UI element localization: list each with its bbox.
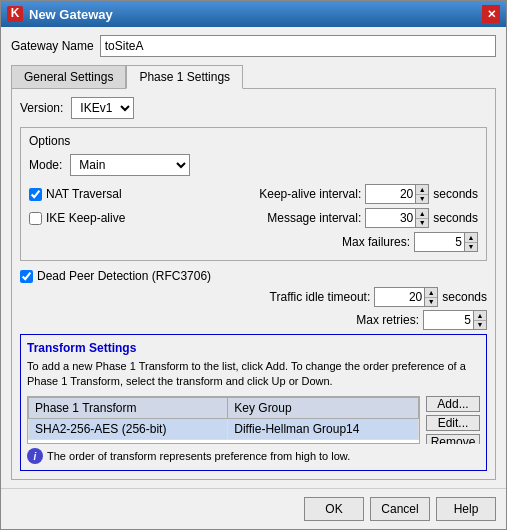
gateway-name-input[interactable] <box>100 35 496 57</box>
keepalive-interval-arrows: ▲ ▼ <box>415 184 429 204</box>
svg-text:K: K <box>11 8 20 20</box>
traffic-idle-spinner: ▲ ▼ <box>374 287 438 307</box>
dpd-fields: Traffic idle timeout: ▲ ▼ seconds Max re <box>20 287 487 330</box>
message-interval-down[interactable]: ▼ <box>416 219 428 228</box>
max-retries-spinner: ▲ ▼ <box>423 310 487 330</box>
dpd-checkbox[interactable] <box>20 270 33 283</box>
version-select[interactable]: IKEv1 IKEv2 <box>71 97 134 119</box>
tab-content-phase1: Version: IKEv1 IKEv2 Options Mode: Main … <box>11 88 496 480</box>
add-button[interactable]: Add... <box>426 396 480 412</box>
traffic-idle-input[interactable] <box>374 287 424 307</box>
message-interval-spinner: ▲ ▼ <box>365 208 429 228</box>
gateway-name-label: Gateway Name <box>11 39 94 53</box>
max-retries-input[interactable] <box>423 310 473 330</box>
traffic-idle-label: Traffic idle timeout: <box>270 290 371 304</box>
close-button[interactable]: ✕ <box>482 5 500 23</box>
edit-button[interactable]: Edit... <box>426 415 480 431</box>
help-button[interactable]: Help <box>436 497 496 521</box>
message-interval-up[interactable]: ▲ <box>416 209 428 219</box>
keepalive-interval-spinner: ▲ ▼ <box>365 184 429 204</box>
keepalive-interval-down[interactable]: ▼ <box>416 195 428 204</box>
dpd-label: Dead Peer Detection (RFC3706) <box>37 269 211 283</box>
dialog-title: New Gateway <box>29 7 113 22</box>
options-label: Options <box>29 134 478 148</box>
version-label: Version: <box>20 101 63 115</box>
max-retries-down[interactable]: ▼ <box>474 321 486 330</box>
title-bar-left: K New Gateway <box>7 6 113 22</box>
keepalive-interval-unit: seconds <box>433 187 478 201</box>
version-row: Version: IKEv1 IKEv2 <box>20 97 487 119</box>
max-retries-label: Max retries: <box>356 313 419 327</box>
max-failures-up[interactable]: ▲ <box>465 233 477 243</box>
keepalive-interval-input[interactable] <box>365 184 415 204</box>
max-failures-row: Max failures: ▲ ▼ <box>342 232 478 252</box>
transform-table-area: Phase 1 Transform Key Group SHA2-256-AES… <box>27 396 480 444</box>
ike-keepalive-checkbox[interactable] <box>29 212 42 225</box>
ike-keepalive-label: IKE Keep-alive <box>46 211 125 225</box>
info-row: i The order of transform represents pref… <box>27 448 480 464</box>
message-interval-row: Message interval: ▲ ▼ seconds <box>267 208 478 228</box>
info-text: The order of transform represents prefer… <box>47 450 350 462</box>
mode-select[interactable]: Main Aggressive <box>70 154 190 176</box>
transform-title: Transform Settings <box>27 341 480 355</box>
cancel-button[interactable]: Cancel <box>370 497 430 521</box>
traffic-idle-arrows: ▲ ▼ <box>424 287 438 307</box>
options-group: Options Mode: Main Aggressive NAT Traver… <box>20 127 487 261</box>
transform-buttons: Add... Edit... Remove Up Down <box>426 396 480 444</box>
nat-traversal-label: NAT Traversal <box>46 187 122 201</box>
row-keygroup: Diffie-Hellman Group14 <box>228 418 419 439</box>
max-failures-spinner: ▲ ▼ <box>414 232 478 252</box>
traffic-idle-down[interactable]: ▼ <box>425 298 437 307</box>
message-interval-label: Message interval: <box>267 211 361 225</box>
max-retries-row: Max retries: ▲ ▼ <box>20 310 487 330</box>
col-keygroup: Key Group <box>228 397 419 418</box>
max-failures-label: Max failures: <box>342 235 410 249</box>
info-icon: i <box>27 448 43 464</box>
gateway-name-row: Gateway Name <box>11 35 496 57</box>
nat-traversal-checkbox[interactable] <box>29 188 42 201</box>
dpd-section: Dead Peer Detection (RFC3706) Traffic id… <box>20 269 487 330</box>
ok-button[interactable]: OK <box>304 497 364 521</box>
table-row[interactable]: SHA2-256-AES (256-bit) Diffie-Hellman Gr… <box>29 418 419 439</box>
message-interval-input[interactable] <box>365 208 415 228</box>
dialog-body: Gateway Name General Settings Phase 1 Se… <box>1 27 506 488</box>
keepalive-interval-up[interactable]: ▲ <box>416 185 428 195</box>
row-transform: SHA2-256-AES (256-bit) <box>29 418 228 439</box>
ike-keepalive-row: IKE Keep-alive <box>29 211 125 225</box>
tab-phase1[interactable]: Phase 1 Settings <box>126 65 243 89</box>
title-bar: K New Gateway ✕ <box>1 1 506 27</box>
nat-traversal-row: NAT Traversal <box>29 187 122 201</box>
mode-row: Mode: Main Aggressive <box>29 154 478 176</box>
keepalive-interval-label: Keep-alive interval: <box>259 187 361 201</box>
keepalive-interval-row: Keep-alive interval: ▲ ▼ seconds <box>259 184 478 204</box>
mode-label: Mode: <box>29 158 62 172</box>
col-transform: Phase 1 Transform <box>29 397 228 418</box>
max-retries-arrows: ▲ ▼ <box>473 310 487 330</box>
remove-button[interactable]: Remove <box>426 434 480 444</box>
dialog-footer: OK Cancel Help <box>1 488 506 529</box>
max-retries-up[interactable]: ▲ <box>474 311 486 321</box>
max-failures-arrows: ▲ ▼ <box>464 232 478 252</box>
traffic-idle-up[interactable]: ▲ <box>425 288 437 298</box>
transform-desc: To add a new Phase 1 Transform to the li… <box>27 359 480 390</box>
traffic-idle-unit: seconds <box>442 290 487 304</box>
tabs-row: General Settings Phase 1 Settings <box>11 65 496 88</box>
transform-section: Transform Settings To add a new Phase 1 … <box>20 334 487 471</box>
dpd-row: Dead Peer Detection (RFC3706) <box>20 269 487 283</box>
transform-table: Phase 1 Transform Key Group SHA2-256-AES… <box>27 396 420 444</box>
traffic-idle-row: Traffic idle timeout: ▲ ▼ seconds <box>20 287 487 307</box>
message-interval-unit: seconds <box>433 211 478 225</box>
app-icon: K <box>7 6 23 22</box>
tab-general[interactable]: General Settings <box>11 65 126 88</box>
dialog-window: K New Gateway ✕ Gateway Name General Set… <box>0 0 507 530</box>
message-interval-arrows: ▲ ▼ <box>415 208 429 228</box>
max-failures-input[interactable] <box>414 232 464 252</box>
max-failures-down[interactable]: ▼ <box>465 243 477 252</box>
